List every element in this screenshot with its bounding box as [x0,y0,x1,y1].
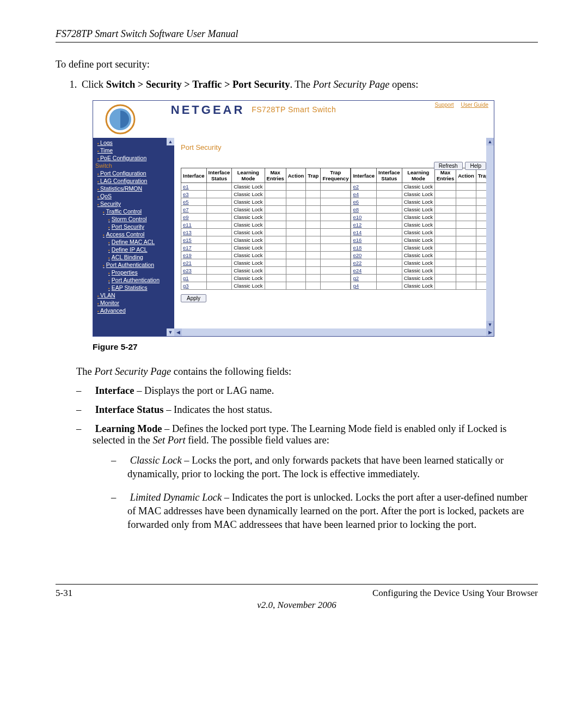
sidebar-scroll-down-icon[interactable]: ▼ [167,328,174,336]
interface-link[interactable]: e3 [183,191,189,197]
sidebar-item-advanced[interactable]: Advanced [93,307,174,314]
table-cell: e1 [181,183,207,191]
interface-link[interactable]: e22 [353,260,362,266]
interface-link[interactable]: e20 [353,252,362,258]
table-row: e9 Classic Lock [181,214,351,221]
table-cell: Classic Lock [402,252,434,259]
sidebar-item-traffic-control[interactable]: Traffic Control [93,208,174,215]
interface-link[interactable]: e6 [353,199,359,205]
table-cell [286,198,306,206]
sidebar-item-port-config[interactable]: Port Configuration [93,169,174,177]
sidebar-item-logs[interactable]: Logs [93,139,174,147]
field-learn-italic: Set Port [152,435,185,446]
interface-link[interactable]: e2 [353,184,359,190]
interface-link[interactable]: e16 [353,237,362,243]
table-row: e8 Classic Lock [351,206,491,214]
interface-link[interactable]: e18 [353,245,362,251]
sidebar-item-lag-config[interactable]: LAG Configuration [93,177,174,185]
table-cell [434,206,456,214]
col-max-entries-r: Max Entries [434,168,456,183]
scroll-up-icon[interactable]: ▲ [486,138,494,145]
sidebar-item-monitor[interactable]: Monitor [93,299,174,307]
field-learn-text2: field. The possible field values are: [186,435,329,446]
interface-link[interactable]: e10 [353,214,362,220]
table-cell: Classic Lock [402,236,434,244]
table-row: e4 Classic Lock [351,191,491,198]
sidebar-item-qos[interactable]: QoS [93,192,174,200]
table-cell [434,198,456,206]
table-cell: e8 [351,206,377,214]
sidebar-scroll-up-icon[interactable]: ▲ [167,138,174,145]
interface-link[interactable]: e8 [353,206,359,212]
sidebar-item-access-control[interactable]: Access Control [93,230,174,238]
support-link[interactable]: Support [435,102,454,108]
interface-link[interactable]: g1 [183,275,189,281]
sidebar-item-time[interactable]: Time [93,147,174,154]
sidebar-item-eap-statistics[interactable]: EAP Statistics [93,284,174,291]
sidebar-item-port-security[interactable]: Port Security [93,223,174,230]
brand-name: NETGEAR [171,103,245,117]
sidebar-item-define-mac-acl[interactable]: Define MAC ACL [93,238,174,246]
interface-link[interactable]: e11 [183,222,192,228]
sidebar-item-acl-binding[interactable]: ACL Binding [93,253,174,261]
interface-link[interactable]: e17 [183,245,192,251]
sidebar-item-properties[interactable]: Properties [93,269,174,276]
interface-link[interactable]: e1 [183,184,189,190]
sidebar-item-port-authentication[interactable]: Port Authentication [93,261,174,269]
sidebar-item-define-ip-acl[interactable]: Define IP ACL [93,246,174,253]
table-cell: Classic Lock [402,229,434,236]
sub-classic-label: Classic Lock [130,455,182,466]
sidebar: ▲ Logs Time PoE Configuration Switch Por… [93,138,174,336]
sidebar-item-poe[interactable]: PoE Configuration [93,154,174,162]
intro-text: To define port security: [56,59,538,70]
table-cell [206,275,232,282]
table-row: e13 Classic Lock [181,229,351,236]
sidebar-item-vlan[interactable]: VLAN [93,291,174,299]
main-vertical-scrollbar[interactable]: ▲ ▼ [486,138,494,328]
table-cell [456,282,476,290]
table-cell: e6 [351,198,377,206]
interface-link[interactable]: e4 [353,191,359,197]
interface-link[interactable]: e7 [183,206,189,212]
table-cell [206,229,232,236]
table-cell: Classic Lock [402,198,434,206]
table-cell [456,252,476,259]
table-cell [377,252,402,259]
sidebar-item-security[interactable]: Security [93,200,174,208]
table-cell [434,236,456,244]
main-horizontal-scrollbar[interactable]: ◀ ▶ [174,328,494,336]
table-cell: Classic Lock [232,252,265,259]
interface-link[interactable]: e21 [183,260,192,266]
interface-link[interactable]: e12 [353,222,362,228]
interface-link[interactable]: e9 [183,214,189,220]
interface-link[interactable]: g3 [183,283,189,289]
table-cell: e24 [351,267,377,275]
sidebar-item-port-authentication-2[interactable]: Port Authentication [93,276,174,284]
interface-link[interactable]: e14 [353,229,362,235]
scroll-down-icon[interactable]: ▼ [486,321,494,328]
interface-link[interactable]: g2 [353,275,359,281]
interface-link[interactable]: g4 [353,283,359,289]
table-cell [306,206,321,214]
scroll-right-icon[interactable]: ▶ [486,328,494,336]
help-button[interactable]: Help [465,162,486,170]
table-cell: g2 [351,275,377,282]
table-cell [286,229,306,236]
col-trap-frequency: Trap Frequency [321,168,351,183]
interface-link[interactable]: e19 [183,252,192,258]
refresh-button[interactable]: Refresh [434,162,463,170]
sidebar-item-storm-control[interactable]: Storm Control [93,215,174,223]
interface-link[interactable]: e24 [353,267,362,273]
table-cell [265,229,286,236]
apply-button[interactable]: Apply [181,294,206,302]
table-cell [377,191,402,198]
sidebar-item-statistics-rmon[interactable]: Statistics/RMON [93,185,174,192]
table-cell [321,183,351,191]
interface-link[interactable]: e15 [183,237,192,243]
scroll-left-icon[interactable]: ◀ [174,328,182,336]
user-guide-link[interactable]: User Guide [461,102,488,108]
interface-link[interactable]: e23 [183,267,192,273]
interface-link[interactable]: e5 [183,199,189,205]
interface-link[interactable]: e13 [183,229,192,235]
table-cell [265,206,286,214]
